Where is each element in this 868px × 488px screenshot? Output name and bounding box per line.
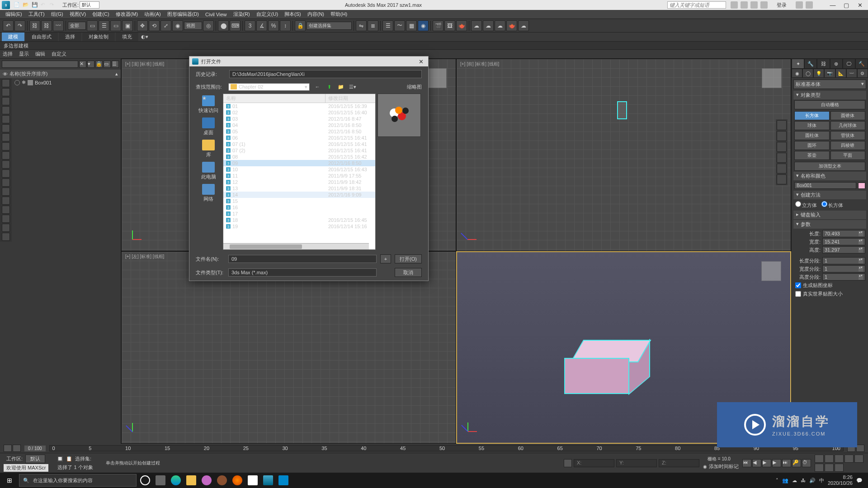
goto-start-icon[interactable]: ⏮: [742, 459, 751, 467]
cameras-subtab[interactable]: 📷: [824, 69, 835, 78]
render-setup-button[interactable]: 🎬: [433, 20, 443, 31]
rollout-keyboard[interactable]: ▸键盘输入: [793, 211, 866, 219]
tray-people-icon[interactable]: 👥: [782, 478, 788, 483]
zoom-extents-icon[interactable]: [835, 455, 844, 463]
goto-end-icon[interactable]: ⏭: [782, 459, 791, 467]
filename-plus-button[interactable]: +: [380, 254, 391, 263]
viewport-front-label[interactable]: [+] [前] [标准] [线框]: [460, 61, 499, 67]
display-tab[interactable]: 🖵: [843, 59, 855, 69]
filetype-combo[interactable]: 3ds Max (*.max): [228, 268, 377, 277]
info-icon[interactable]: [796, 1, 803, 9]
visibility-icon[interactable]: [14, 80, 20, 85]
timeline-view-b-icon[interactable]: [13, 445, 21, 452]
width-spinner[interactable]: 15.241▴▾: [822, 238, 865, 245]
file-row[interactable]: 3042012/1/16 8:50: [223, 122, 375, 128]
task-app4[interactable]: [277, 474, 290, 487]
zoom-icon[interactable]: [815, 455, 824, 463]
tray-net-icon[interactable]: 🖧: [801, 478, 806, 483]
maximize-button[interactable]: ▢: [840, 1, 853, 9]
freeze-icon[interactable]: ❄: [22, 80, 26, 85]
geom-filter-icon[interactable]: [2, 79, 10, 87]
h-filter-icon[interactable]: [2, 206, 10, 214]
schematic-button[interactable]: ▦: [406, 20, 417, 31]
viewport-left-label[interactable]: [+] [左] [标准] [线框]: [125, 253, 164, 260]
viewport-top-label[interactable]: [+] [顶] [标准] [线框]: [125, 61, 164, 67]
lookin-combo[interactable]: Chapter 02 ▾: [228, 83, 310, 91]
minimize-button[interactable]: —: [826, 1, 839, 9]
file-row[interactable]: 3022016/12/15 16:40: [223, 109, 375, 116]
zoom-all-icon[interactable]: [825, 455, 834, 463]
select-object-button[interactable]: ▭: [87, 20, 98, 31]
start-button[interactable]: ⊞: [2, 474, 17, 487]
favorites-icon[interactable]: [741, 1, 748, 9]
render-e-button[interactable]: ☁: [518, 20, 529, 31]
task-view-icon[interactable]: [154, 474, 167, 487]
task-edge[interactable]: [169, 474, 183, 487]
taskbar-search[interactable]: 🔍 在这里输入你要搜索的内容: [19, 474, 137, 487]
qa-redo-icon[interactable]: ↷: [50, 2, 56, 8]
close-button[interactable]: ✕: [854, 1, 866, 9]
file-row[interactable]: 3112011/9/9 17:55: [223, 173, 375, 179]
camera-filter-icon[interactable]: [2, 106, 10, 114]
filter-a-icon[interactable]: ▭: [104, 61, 111, 68]
up-icon[interactable]: ⬆: [325, 83, 333, 91]
menu-customize[interactable]: 自定义(U): [254, 10, 281, 19]
filter-lock-icon[interactable]: 🔒: [95, 61, 103, 68]
menu-civil[interactable]: Civil View: [203, 11, 229, 18]
tray-cloud-icon[interactable]: ☁: [792, 478, 797, 483]
i-filter-icon[interactable]: [2, 215, 10, 223]
viewcube-top[interactable]: [427, 68, 447, 88]
viewport-front[interactable]: [+] [前] [标准] [线框]: [456, 59, 791, 251]
b-filter-icon[interactable]: [2, 151, 10, 160]
real-world-check[interactable]: 真实世界贴图大小: [792, 290, 868, 298]
prim-box[interactable]: 长方体: [794, 111, 830, 120]
prim-cylinder[interactable]: 圆柱体: [794, 131, 830, 140]
render-frame-button[interactable]: 🖼: [444, 20, 455, 31]
vp-c-icon[interactable]: [777, 142, 787, 152]
menu-views[interactable]: 视图(V): [67, 10, 89, 19]
qa-save-icon[interactable]: 💾: [32, 2, 38, 8]
prim-sphere[interactable]: 球体: [794, 121, 830, 130]
filename-input[interactable]: 09: [228, 255, 377, 263]
menu-tools[interactable]: 工具(T): [26, 10, 47, 19]
col-name-header[interactable]: 名称: [223, 94, 326, 103]
hseg-spinner[interactable]: 1▴▾: [822, 273, 865, 281]
file-row[interactable]: 3052012/1/16 8:50: [223, 128, 375, 135]
scene-filter-input[interactable]: [2, 61, 78, 68]
menu-script[interactable]: 脚本(S): [282, 10, 304, 19]
lseg-spinner[interactable]: 1▴▾: [822, 257, 865, 264]
user-icon[interactable]: [760, 1, 768, 9]
prim-plane[interactable]: 平面: [830, 151, 866, 160]
open-button[interactable]: 打开(O): [395, 254, 422, 263]
object-name-input[interactable]: [794, 182, 856, 189]
spacewarp-subtab[interactable]: 〰: [846, 69, 857, 78]
file-row[interactable]: 3182016/12/15 16:45: [223, 217, 375, 223]
key-mode-icon[interactable]: 🔑: [792, 459, 801, 467]
qa-new-icon[interactable]: 📄: [14, 2, 20, 8]
menu-render[interactable]: 渲染(R): [231, 10, 253, 19]
helper-filter-icon[interactable]: [2, 115, 10, 123]
select-name-button[interactable]: ☰: [99, 20, 109, 31]
fov-icon[interactable]: [854, 455, 863, 463]
k-filter-icon[interactable]: [2, 233, 10, 241]
selection-lock-button[interactable]: 🔒: [295, 20, 306, 31]
spacewarp-filter-icon[interactable]: [2, 124, 10, 132]
help-search-input[interactable]: [667, 1, 726, 9]
systems-subtab[interactable]: ⚙: [857, 69, 868, 78]
task-3dsmax[interactable]: [261, 474, 275, 487]
menu-edit[interactable]: 编辑(E): [3, 10, 25, 19]
curve-editor-button[interactable]: 〜: [394, 20, 405, 31]
geom-subtab[interactable]: ◉: [792, 69, 802, 78]
render-a-button[interactable]: ☁: [471, 20, 482, 31]
shapes-subtab[interactable]: ◯: [802, 69, 813, 78]
file-row[interactable]: 307 (1)2016/12/15 16:41: [223, 141, 375, 147]
render-button[interactable]: 🫖: [456, 20, 467, 31]
filter-select-icon[interactable]: ▾: [87, 61, 94, 68]
pan-icon[interactable]: [815, 464, 824, 472]
login-link[interactable]: 登录: [777, 2, 787, 9]
link-button[interactable]: ⛓: [29, 20, 40, 31]
ribbon-custom[interactable]: 自定义: [52, 51, 66, 57]
prev-frame-icon[interactable]: ◀: [752, 459, 761, 467]
redo-button[interactable]: ↷: [14, 20, 25, 31]
scene-sort-header[interactable]: 👁 名称(按升序排序) ▴: [0, 70, 121, 78]
